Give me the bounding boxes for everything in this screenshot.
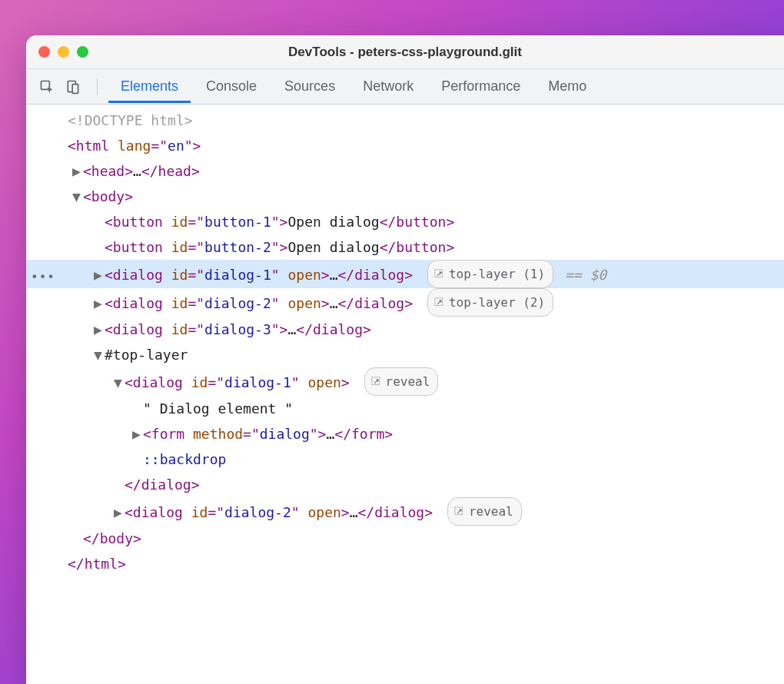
expand-arrow-icon[interactable]: ▶ xyxy=(132,421,143,447)
dom-button-2[interactable]: <button id="button-2">Open dialog</butto… xyxy=(26,234,784,260)
dom-body-open[interactable]: ▼<body> xyxy=(26,184,784,209)
dom-html-open[interactable]: <html lang="en"> xyxy=(26,133,784,158)
expand-arrow-icon[interactable]: ▶ xyxy=(94,291,105,316)
dom-tree[interactable]: <!DOCTYPE html> <html lang="en"> ▶<head>… xyxy=(26,105,784,684)
reveal-badge[interactable]: reveal xyxy=(447,497,522,526)
dom-dialog-2[interactable]: ▶<dialog id="dialog-2" open>…</dialog> t… xyxy=(26,288,784,317)
reveal-icon xyxy=(371,377,381,387)
reveal-badge[interactable]: reveal xyxy=(364,367,439,396)
window-title: DevTools - peters-css-playground.glit xyxy=(288,45,522,60)
dom-tl-dialog-1-open[interactable]: ▼<dialog id="dialog-1" open> reveal xyxy=(26,367,784,396)
dom-tl-form[interactable]: ▶<form method="dialog">…</form> xyxy=(26,421,784,447)
tab-sources[interactable]: Sources xyxy=(272,71,347,102)
expand-arrow-icon[interactable]: ▶ xyxy=(72,158,83,184)
reveal-icon xyxy=(454,506,464,516)
expand-arrow-icon[interactable]: ▶ xyxy=(94,262,105,287)
dom-top-layer[interactable]: ▼#top-layer xyxy=(26,342,784,367)
dom-tl-dialog-1-close[interactable]: </dialog> xyxy=(26,472,784,497)
svg-rect-2 xyxy=(72,84,78,93)
traffic-lights xyxy=(38,46,88,58)
top-layer-badge[interactable]: top-layer (2) xyxy=(427,288,553,317)
devtools-toolbar: Elements Console Sources Network Perform… xyxy=(26,69,784,105)
dom-tl-backdrop[interactable]: ::backdrop xyxy=(26,447,784,472)
titlebar: DevTools - peters-css-playground.glit xyxy=(26,35,784,69)
dom-body-close[interactable]: </body> xyxy=(26,526,784,551)
maximize-window-button[interactable] xyxy=(77,46,88,58)
tab-performance[interactable]: Performance xyxy=(429,71,533,102)
tab-network[interactable]: Network xyxy=(350,71,426,102)
close-window-button[interactable] xyxy=(38,46,50,58)
tab-elements[interactable]: Elements xyxy=(108,71,191,102)
reveal-icon xyxy=(434,269,444,279)
expand-arrow-icon[interactable]: ▶ xyxy=(114,500,125,525)
dom-html-close[interactable]: </html> xyxy=(26,551,784,576)
toolbar-separator xyxy=(97,78,98,95)
devtools-window: DevTools - peters-css-playground.glit El… xyxy=(26,35,784,684)
dom-tl-dialog-2[interactable]: ▶<dialog id="dialog-2" open>…</dialog> r… xyxy=(26,497,784,526)
inspect-element-icon[interactable] xyxy=(37,77,57,97)
reveal-icon xyxy=(434,297,444,307)
device-toggle-icon[interactable] xyxy=(63,77,83,97)
collapse-arrow-icon[interactable]: ▼ xyxy=(114,370,125,395)
console-reference: == $0 xyxy=(565,267,606,283)
minimize-window-button[interactable] xyxy=(58,46,69,58)
tab-console[interactable]: Console xyxy=(194,71,269,102)
dom-dialog-3[interactable]: ▶<dialog id="dialog-3">…</dialog> xyxy=(26,317,784,342)
dom-tl-dialog-1-text[interactable]: " Dialog element " xyxy=(26,396,784,421)
collapse-arrow-icon[interactable]: ▼ xyxy=(94,342,105,367)
tab-memory[interactable]: Memo xyxy=(536,71,599,102)
top-layer-badge[interactable]: top-layer (1) xyxy=(427,260,553,288)
more-actions-icon[interactable]: ••• xyxy=(31,264,55,290)
collapse-arrow-icon[interactable]: ▼ xyxy=(72,184,83,209)
expand-arrow-icon[interactable]: ▶ xyxy=(94,317,105,342)
dom-doctype[interactable]: <!DOCTYPE html> xyxy=(26,108,784,133)
dom-button-1[interactable]: <button id="button-1">Open dialog</butto… xyxy=(26,209,784,234)
dom-dialog-1-selected[interactable]: ••• ▶<dialog id="dialog-1" open>…</dialo… xyxy=(26,260,784,288)
dom-head[interactable]: ▶<head>…</head> xyxy=(26,158,784,184)
